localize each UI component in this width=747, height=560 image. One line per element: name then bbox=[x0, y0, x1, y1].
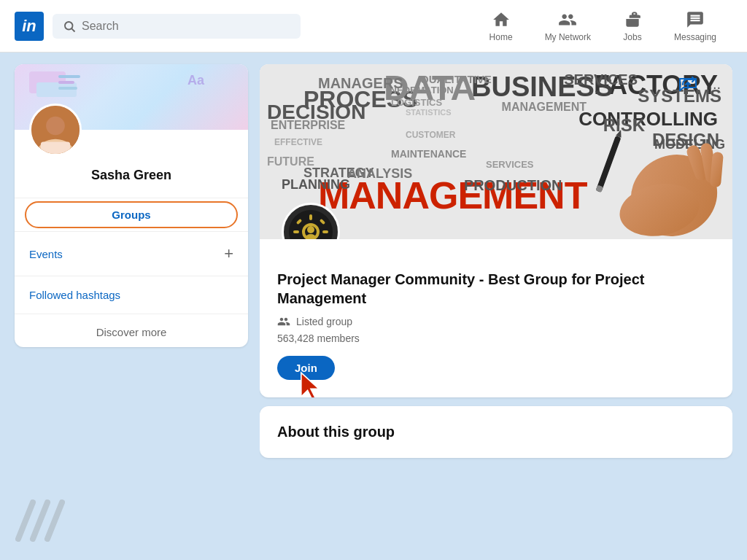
group-card-body: Project Manager Community - Best Group f… bbox=[260, 239, 732, 397]
svg-line-27 bbox=[33, 502, 47, 539]
messaging-icon bbox=[686, 10, 705, 29]
profile-avatar-container bbox=[29, 104, 248, 156]
cursor-arrow-icon bbox=[295, 371, 327, 397]
main-content: Aa bbox=[0, 52, 747, 560]
deco-slashes bbox=[15, 499, 73, 545]
join-container: Join bbox=[277, 356, 335, 380]
nav-home-label: Home bbox=[489, 32, 513, 42]
svg-rect-15 bbox=[309, 214, 312, 220]
svg-line-26 bbox=[18, 502, 33, 539]
sidebar-item-groups[interactable]: Groups bbox=[25, 201, 238, 228]
wc-word-services2: SERVICES bbox=[486, 159, 534, 170]
banner-line-3 bbox=[58, 87, 77, 90]
wc-word-managers: MANAGERS bbox=[318, 75, 403, 92]
events-plus-icon[interactable]: + bbox=[224, 244, 233, 263]
svg-point-23 bbox=[307, 226, 314, 233]
sidebar-divider-4 bbox=[15, 314, 248, 314]
hand-svg bbox=[572, 122, 732, 239]
search-bar[interactable] bbox=[53, 14, 301, 39]
sidebar-divider-1 bbox=[15, 198, 248, 198]
gear-icon bbox=[287, 209, 334, 239]
sidebar: Aa bbox=[15, 64, 248, 548]
wc-word-logistics: LOGISTICS bbox=[391, 97, 442, 108]
main-panel: MANAGEMENT FACTORY PROCESS DECISION CONT… bbox=[260, 64, 732, 548]
wc-word-qualitative: QUALITATIVE bbox=[420, 73, 492, 85]
hand-image bbox=[572, 122, 732, 239]
home-icon bbox=[492, 10, 511, 29]
deco-slashes-svg bbox=[15, 499, 73, 542]
svg-rect-5 bbox=[41, 142, 70, 155]
wc-word-services: SERVICES bbox=[564, 71, 638, 88]
sidebar-card: Aa bbox=[15, 64, 248, 347]
jobs-icon bbox=[623, 10, 642, 29]
sidebar-item-discover[interactable]: Discover more bbox=[15, 317, 248, 347]
sidebar-item-hashtags[interactable]: Followed hashtags bbox=[15, 279, 248, 311]
about-title: About this group bbox=[277, 424, 715, 440]
banner-line-1 bbox=[58, 75, 80, 78]
avatar bbox=[29, 104, 82, 156]
group-type: Listed group bbox=[296, 316, 352, 327]
nav-messaging-label: Messaging bbox=[674, 32, 716, 42]
wc-word-production: PRODUCTION bbox=[464, 177, 562, 194]
search-input[interactable] bbox=[82, 20, 290, 33]
svg-rect-18 bbox=[322, 230, 328, 233]
discover-label: Discover more bbox=[96, 326, 167, 338]
sidebar-divider-3 bbox=[15, 276, 248, 276]
wc-word-statistics: STATISTICS bbox=[406, 108, 452, 117]
group-card: MANAGEMENT FACTORY PROCESS DECISION CONT… bbox=[260, 64, 732, 397]
header-nav: Home My Network Jobs Messaging bbox=[473, 10, 732, 42]
hashtags-label: Followed hashtags bbox=[29, 289, 120, 301]
nav-item-home[interactable]: Home bbox=[473, 10, 529, 42]
svg-point-0 bbox=[65, 22, 73, 30]
header: in Home My Network Jobs bbox=[0, 0, 747, 52]
groups-label: Groups bbox=[112, 209, 150, 221]
svg-line-1 bbox=[71, 28, 74, 31]
linkedin-logo[interactable]: in bbox=[15, 12, 44, 41]
network-icon bbox=[558, 10, 577, 29]
sidebar-item-events[interactable]: Events + bbox=[15, 235, 248, 273]
wc-word-analysis: ANALYSIS bbox=[347, 166, 412, 182]
avatar-person-svg bbox=[31, 106, 80, 154]
banner-text-elem: Aa bbox=[187, 73, 204, 88]
nav-jobs-label: Jobs bbox=[623, 32, 641, 42]
svg-marker-25 bbox=[301, 373, 319, 397]
banner-line-2 bbox=[58, 81, 74, 84]
profile-info: Sasha Green bbox=[15, 156, 248, 195]
wc-word-customer: CUSTOMER bbox=[406, 130, 455, 140]
svg-line-28 bbox=[47, 502, 62, 539]
svg-point-4 bbox=[46, 117, 65, 136]
wc-word-enterprise: ENTERPRISE bbox=[271, 119, 345, 132]
group-meta-icon bbox=[277, 315, 290, 328]
more-options-button[interactable]: ··· bbox=[705, 76, 724, 98]
group-banner: MANAGEMENT FACTORY PROCESS DECISION CONT… bbox=[260, 64, 732, 239]
share-button[interactable] bbox=[676, 73, 700, 101]
banner-lines bbox=[58, 75, 80, 90]
profile-name: Sasha Green bbox=[29, 168, 233, 183]
share-icon bbox=[679, 76, 697, 93]
nav-item-my-network[interactable]: My Network bbox=[529, 10, 607, 42]
nav-network-label: My Network bbox=[545, 32, 591, 42]
group-members: 563,428 members bbox=[277, 332, 715, 344]
wc-word-maintenance: MAINTENANCE bbox=[391, 148, 466, 160]
events-label: Events bbox=[29, 248, 63, 260]
svg-rect-17 bbox=[293, 230, 299, 233]
group-title: Project Manager Community - Best Group f… bbox=[277, 270, 715, 308]
wc-word-effective: EFFECTIVE bbox=[274, 137, 322, 147]
wc-word-management2: MANAGEMENT bbox=[502, 101, 587, 114]
sidebar-divider-2 bbox=[15, 231, 248, 232]
search-icon bbox=[63, 20, 76, 33]
nav-item-messaging[interactable]: Messaging bbox=[658, 10, 732, 42]
group-meta: Listed group bbox=[277, 315, 715, 328]
about-card: About this group bbox=[260, 406, 732, 458]
svg-rect-11 bbox=[596, 136, 622, 192]
group-card-actions: ··· bbox=[676, 73, 724, 101]
nav-item-jobs[interactable]: Jobs bbox=[607, 10, 658, 42]
